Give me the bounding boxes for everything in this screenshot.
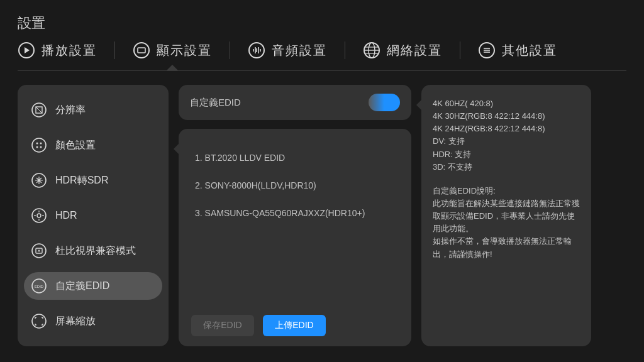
capability-line: HDR: 支持 <box>433 148 580 161</box>
sidebar-item-color[interactable]: 顏色設置 <box>24 131 162 159</box>
capability-line: DV: 支持 <box>433 135 580 148</box>
sidebar-item-label: 屏幕縮放 <box>55 315 96 328</box>
svg-point-22 <box>32 138 46 152</box>
tab-label: 播放設置 <box>42 42 97 59</box>
tab-label: 顯示設置 <box>157 42 212 59</box>
svg-rect-3 <box>138 48 145 53</box>
toggle-label: 自定義EDID <box>190 97 241 109</box>
sidebar-item-zoom[interactable]: 屏幕縮放 <box>24 307 162 335</box>
sidebar-item-label: HDR轉SDR <box>55 174 108 187</box>
separator <box>230 41 230 59</box>
info-body: 此功能旨在解決某些連接鏈路無法正常獲取顯示設備EDID，非專業人士請勿先使用此功… <box>433 197 580 261</box>
separator <box>460 41 460 59</box>
tab-playback[interactable]: 播放設置 <box>18 41 97 59</box>
custom-edid-toggle-row: 自定義EDID <box>179 85 411 120</box>
custom-edid-toggle[interactable] <box>369 94 400 111</box>
svg-marker-1 <box>25 47 30 53</box>
edid-icon: EDID <box>31 278 47 293</box>
capability-line: 3D: 不支持 <box>433 161 580 173</box>
tab-label: 網絡設置 <box>387 42 442 59</box>
sidebar-item-label: 杜比視界兼容模式 <box>55 244 136 258</box>
tab-audio[interactable]: 音頻設置 <box>248 41 327 59</box>
sidebar-item-resolution[interactable]: 分辨率 <box>24 96 162 124</box>
svg-text:EDID: EDID <box>35 285 44 288</box>
sidebar-item-label: 自定義EDID <box>55 280 109 293</box>
separator <box>345 41 345 59</box>
sidebar-item-label: 分辨率 <box>55 104 86 117</box>
svg-point-26 <box>40 146 42 148</box>
svg-point-29 <box>37 214 41 217</box>
sidebar-item-hdr[interactable]: HDR <box>24 202 162 229</box>
palette-icon <box>31 138 47 153</box>
separator <box>114 41 115 59</box>
tab-label: 其他設置 <box>502 42 557 59</box>
tab-label: 音頻設置 <box>272 42 327 59</box>
active-tab-indicator <box>166 65 179 71</box>
hdr-icon <box>31 208 47 223</box>
zoom-icon <box>31 314 47 329</box>
upload-edid-button[interactable]: 上傳EDID <box>263 315 326 336</box>
hdr2sdr-icon <box>31 173 47 188</box>
svg-line-21 <box>36 107 42 113</box>
save-edid-button[interactable]: 保存EDID <box>191 315 254 336</box>
audio-icon <box>248 41 265 59</box>
edid-list-panel: 1. BT.2020 LLDV EDID2. SONY-8000H(LLDV,H… <box>179 129 411 346</box>
svg-point-2 <box>134 43 149 58</box>
sidebar-item-dolby[interactable]: 杜比視界兼容模式 <box>24 237 162 265</box>
capability-line: 4K 24HZ(RGB:8 422:12 444:8) <box>433 123 580 135</box>
tab-other[interactable]: 其他設置 <box>478 41 557 59</box>
svg-point-25 <box>36 146 38 148</box>
svg-point-38 <box>32 314 46 328</box>
play-icon <box>18 41 35 59</box>
display-icon <box>133 41 150 59</box>
dolby-icon <box>31 243 47 258</box>
info-panel: 4K 60HZ( 420:8)4K 30HZ(RGB:8 422:12 444:… <box>421 85 591 346</box>
sidebar-item-custom-edid[interactable]: EDID 自定義EDID <box>24 272 162 300</box>
edid-option[interactable]: 2. SONY-8000H(LLDV,HDR10) <box>191 172 399 199</box>
edid-option[interactable]: 3. SAMSUNG-QA55Q60RAJXXZ(HDR10+) <box>191 199 399 227</box>
tab-bar: 播放設置 顯示設置 音頻設置 網絡設置 其他設置 <box>18 41 626 71</box>
resolution-icon <box>31 102 47 118</box>
menu-icon <box>478 41 496 59</box>
capability-line: 4K 30HZ(RGB:8 422:12 444:8) <box>433 110 580 123</box>
tab-display[interactable]: 顯示設置 <box>133 41 212 59</box>
sidebar-item-label: 顏色設置 <box>55 139 96 152</box>
page-title: 設置 <box>18 14 626 33</box>
edid-capabilities: 4K 60HZ( 420:8)4K 30HZ(RGB:8 422:12 444:… <box>433 97 580 173</box>
info-title: 自定義EDID說明: <box>433 185 580 197</box>
capability-line: 4K 60HZ( 420:8) <box>433 97 580 110</box>
tab-network[interactable]: 網絡設置 <box>363 41 442 59</box>
display-sidebar: 分辨率 顏色設置 HDR轉SDR HDR 杜比視界兼容模式 EDID 自定義ED… <box>18 85 169 346</box>
edid-option[interactable]: 1. BT.2020 LLDV EDID <box>191 144 399 172</box>
globe-icon <box>363 41 380 59</box>
svg-point-23 <box>36 143 38 145</box>
svg-point-24 <box>40 143 42 145</box>
sidebar-item-label: HDR <box>55 210 77 221</box>
sidebar-item-hdr2sdr[interactable]: HDR轉SDR <box>24 167 162 194</box>
